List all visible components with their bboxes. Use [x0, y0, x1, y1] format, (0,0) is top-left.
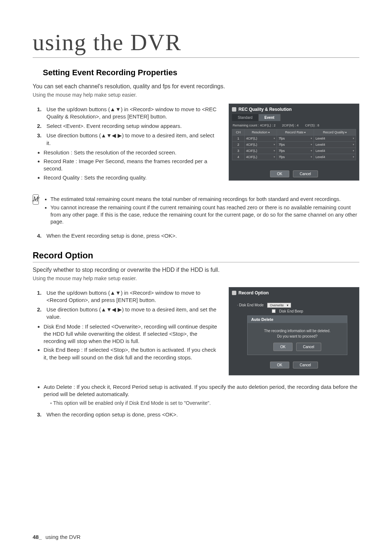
bullet-item: Resolution : Sets the resolution of the … — [44, 149, 218, 156]
step-number: 2. — [37, 306, 44, 321]
chevron-down-icon: ▾ — [274, 149, 275, 152]
step-number: 4. — [37, 232, 44, 239]
rec-quality-panel: REC Quality & Resolution Standard Event … — [229, 104, 359, 181]
auto-delete-modal: Auto Delete The recording information wi… — [247, 315, 347, 355]
heading-record-option: Record Option — [33, 250, 359, 262]
step-text: Use the up/down buttons (▲▼) in <Record>… — [46, 289, 218, 304]
cell-ch: 4 — [232, 154, 245, 160]
chevron-down-icon: ▾ — [274, 137, 275, 140]
cell-ch: 1 — [232, 135, 245, 141]
chevron-down-icon: ▾ — [274, 143, 275, 146]
disk-end-beep-checkbox[interactable] — [272, 309, 275, 313]
record-icon — [232, 107, 236, 112]
panel-title-text: Record Option — [238, 290, 269, 295]
modal-line: Do you want to proceed? — [253, 334, 341, 339]
cancel-button[interactable]: Cancel — [293, 362, 318, 368]
cell-ch: 3 — [232, 148, 245, 154]
bullets: Auto Delete : If you check it, Record Pe… — [44, 383, 359, 398]
bullets: Disk End Mode : If selected <Overwrite>,… — [44, 323, 218, 361]
remaining-counts: Remaining count : 4CIF(L) : 2 2CIF(M) : … — [232, 122, 356, 129]
step-number: 1. — [37, 289, 44, 304]
cell-quality[interactable]: Level4▾ — [314, 148, 356, 154]
table-row: 4 4CIF(L)▾ 7fps▾ Level4▾ — [232, 154, 356, 160]
steps-list: 3.When the recording option setup is don… — [37, 411, 359, 418]
cancel-button[interactable]: Cancel — [296, 343, 321, 351]
chevron-down-icon: ▾ — [353, 149, 354, 152]
indent-note: This option will be enabled only if Disk… — [50, 400, 359, 406]
table-row: 3 4CIF(L)▾ 7fps▾ Level4▾ — [232, 148, 356, 154]
chevron-down-icon: ▾ — [311, 156, 312, 158]
col-record-quality[interactable]: Record Quality — [314, 129, 356, 135]
panel-title-text: REC Quality & Resolution — [238, 107, 292, 112]
step-text: When the Event recording setup is done, … — [46, 232, 359, 239]
tab-row: Standard Event — [232, 114, 356, 121]
tab-standard[interactable]: Standard — [232, 114, 259, 121]
modal-line: The recording information will be delete… — [253, 328, 341, 334]
page-number: 48_ — [33, 534, 42, 540]
step-text: Use the up/down buttons (▲▼) in <Record>… — [46, 106, 218, 121]
chevron-down-icon: ▾ — [353, 143, 354, 146]
cell-quality[interactable]: Level4▾ — [314, 154, 356, 160]
disk-end-mode-select[interactable]: Overwrite▾ — [267, 303, 291, 308]
intro-text: Specify whether to stop recording or ove… — [33, 266, 359, 274]
step-number: 2. — [37, 122, 44, 130]
col-ch: CH — [232, 129, 245, 135]
cell-rate[interactable]: 7fps▾ — [277, 135, 314, 141]
disk-end-mode-label: Disk End Mode — [237, 303, 264, 307]
chevron-down-icon: ▾ — [287, 303, 289, 307]
chevron-down-icon: ▾ — [311, 143, 312, 146]
chevron-down-icon: ▾ — [353, 156, 354, 158]
panel-title: Record Option — [232, 290, 356, 295]
step-number: 1. — [37, 106, 44, 121]
count-2cif: 2CIF(M) : 4 — [282, 124, 299, 127]
bullet-item: Disk End Mode : If selected <Overwrite>,… — [44, 323, 218, 345]
steps-list: 4.When the Event recording setup is done… — [37, 232, 359, 239]
note-item: The estimated total remaining count mean… — [50, 196, 359, 203]
page-footer: 48_ using the DVR — [33, 534, 81, 540]
cell-rate[interactable]: 7fps▾ — [277, 148, 314, 154]
modal-title: Auto Delete — [248, 316, 347, 323]
channel-table: CH Resolution Record Rate Record Quality… — [232, 129, 356, 160]
step-number: 3. — [37, 132, 44, 147]
cancel-button[interactable]: Cancel — [293, 170, 318, 177]
count-4cif: Remaining count : 4CIF(L) : 2 — [233, 124, 275, 127]
note-list: The estimated total remaining count mean… — [50, 194, 359, 227]
cell-res[interactable]: 4CIF(L)▾ — [245, 141, 277, 148]
cell-rate[interactable]: 7fps▾ — [277, 141, 314, 148]
step-text: Select <Event>. Event recording setup wi… — [46, 122, 218, 130]
tab-event[interactable]: Event — [259, 114, 281, 121]
panel-title: REC Quality & Resolution — [232, 107, 356, 112]
cell-rate[interactable]: 7fps▾ — [277, 154, 314, 160]
bullets: Resolution : Sets the resolution of the … — [44, 149, 218, 181]
note-item: You cannot increase the remaining count … — [50, 204, 359, 226]
bullet-item: Record Rate : Image Per Second, means th… — [44, 158, 218, 173]
step-number: 3. — [37, 411, 44, 418]
step-text: Use direction buttons (▲▼◀ ▶) to move to… — [46, 306, 218, 321]
ok-button[interactable]: OK — [270, 362, 289, 368]
mouse-note: Using the mouse may help make setup easi… — [33, 275, 359, 281]
cell-quality[interactable]: Level4▾ — [314, 141, 356, 148]
steps-list: 1.Use the up/down buttons (▲▼) in <Recor… — [37, 106, 218, 147]
count-cif: CIF(S) : 8 — [305, 124, 319, 127]
cell-res[interactable]: 4CIF(L)▾ — [245, 154, 277, 160]
bullet-item: Record Quality : Sets the recording qual… — [44, 174, 218, 181]
intro-text: You can set each channel's resolution, q… — [33, 82, 359, 90]
disk-end-beep-label: Disk End Beep — [279, 309, 303, 313]
chevron-down-icon: ▾ — [274, 156, 275, 158]
step-text: When the recording option setup is done,… — [46, 411, 359, 418]
bullet-item: Disk End Beep : If selected <Stop>, the … — [44, 346, 218, 361]
cell-res[interactable]: 4CIF(L)▾ — [245, 135, 277, 141]
col-record-rate[interactable]: Record Rate — [277, 129, 314, 135]
col-resolution[interactable]: Resolution — [245, 129, 277, 135]
ok-button[interactable]: OK — [273, 343, 292, 351]
cell-res[interactable]: 4CIF(L)▾ — [245, 148, 277, 154]
step-text: Use direction buttons (▲▼◀ ▶) to move to… — [46, 132, 218, 147]
footer-text: using the DVR — [45, 534, 81, 540]
mouse-note: Using the mouse may help make setup easi… — [33, 92, 359, 98]
record-option-panel: Record Option Disk End Mode Overwrite▾ D… — [229, 287, 359, 375]
ok-button[interactable]: OK — [270, 170, 289, 177]
table-row: 1 4CIF(L)▾ 7fps▾ Level4▾ — [232, 135, 356, 141]
note-icon: M — [33, 194, 39, 205]
heading-setting-event: Setting Event Recording Properties — [43, 68, 359, 77]
cell-quality[interactable]: Level4▾ — [314, 135, 356, 141]
